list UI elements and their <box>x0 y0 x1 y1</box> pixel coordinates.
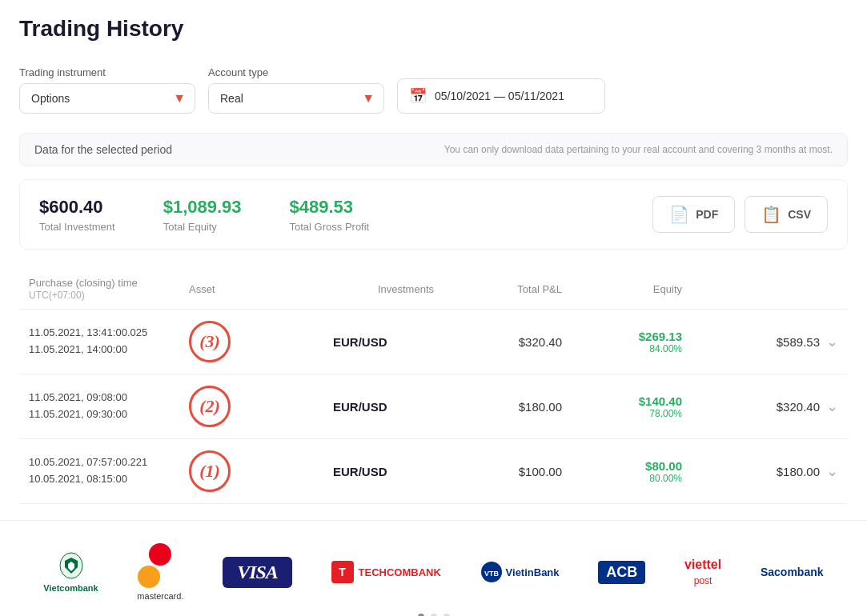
th-equity-label: Equity <box>653 283 682 295</box>
total-equity-label: Total Equity <box>163 221 242 233</box>
logo-vietcombank: Vietcombank <box>43 551 98 593</box>
visa-text: VISA <box>237 562 278 582</box>
table-header: Purchase (closing) time UTC(+07:00) Asse… <box>19 269 848 310</box>
th-equity: Equity <box>572 269 692 310</box>
asset-name: EUR/USD <box>333 335 387 349</box>
svg-text:VTB: VTB <box>484 570 500 578</box>
mc-red-circle <box>149 543 171 566</box>
logo-sacombank: Sacombank <box>761 566 824 578</box>
asset-name: EUR/USD <box>333 400 387 414</box>
stat-total-investment: $600.40 Total Investment <box>39 197 115 233</box>
th-investments-label: Investments <box>378 283 434 295</box>
th-investments: Investments <box>323 269 444 310</box>
vietcombank-text: Vietcombank <box>43 583 98 593</box>
trade-investment-cell: $100.00 <box>444 439 572 504</box>
trade-time-cell: 11.05.2021, 13:41:00.025 11.05.2021, 14:… <box>19 310 179 374</box>
trade-pnl-cell: $80.00 80.00% <box>572 439 692 504</box>
pnl-value: $80.00 <box>645 459 682 473</box>
trades-tbody: 11.05.2021, 13:41:00.025 11.05.2021, 14:… <box>19 310 848 504</box>
instrument-select-wrapper: Options Forex Crypto ▼ <box>19 83 195 114</box>
account-select[interactable]: Real Demo <box>208 83 384 114</box>
total-profit-label: Total Gross Profit <box>290 221 370 233</box>
asset-name: EUR/USD <box>333 465 387 478</box>
logo-visa: VISA <box>223 557 292 588</box>
instrument-select[interactable]: Options Forex Crypto <box>19 83 195 114</box>
total-investment-label: Total Investment <box>39 221 115 233</box>
trade-badge: (2) <box>189 386 231 427</box>
pdf-button-label: PDF <box>696 208 718 221</box>
investment-value: $180.00 <box>519 400 562 414</box>
info-bar-notice: You can only download data pertaining to… <box>444 144 833 155</box>
th-time-sublabel: UTC(+07:00) <box>29 290 85 301</box>
calendar-icon: 📅 <box>409 87 427 105</box>
footer-logos: Vietcombank mastercard. VISA <box>0 520 867 616</box>
info-bar-period-label: Data for the selected period <box>34 143 172 156</box>
pnl-percent: 80.00% <box>581 473 682 484</box>
logo-mastercard: mastercard. <box>137 543 183 601</box>
trade-asset-cell: EUR/USD <box>323 310 444 374</box>
summary-stats: $600.40 Total Investment $1,089.93 Total… <box>39 197 369 233</box>
investment-value: $100.00 <box>519 465 562 478</box>
stat-total-equity: $1,089.93 Total Equity <box>163 197 242 233</box>
trade-time-cell: 10.05.2021, 07:57:00.221 10.05.2021, 08:… <box>19 439 179 504</box>
trade-time-cell: 11.05.2021, 09:08:00 11.05.2021, 09:30:0… <box>19 374 179 439</box>
table-row: 11.05.2021, 13:41:00.025 11.05.2021, 14:… <box>19 310 848 374</box>
trade-pnl-cell: $269.13 84.00% <box>572 310 692 374</box>
viettel-post-text: post <box>694 575 712 586</box>
logo-vietinbank: VTB VietinBank <box>480 561 560 583</box>
mc-orange-circle <box>138 566 160 588</box>
trades-table: Purchase (closing) time UTC(+07:00) Asse… <box>19 269 848 504</box>
expand-row-button[interactable]: ⌄ <box>826 333 838 350</box>
equity-value: $320.40 <box>777 400 820 414</box>
mastercard-text: mastercard. <box>137 591 183 601</box>
acb-text: ACB <box>606 564 637 580</box>
instrument-filter-group: Trading instrument Options Forex Crypto … <box>19 66 195 114</box>
expand-row-button[interactable]: ⌄ <box>826 398 838 415</box>
trade-equity-cell: $589.53 ⌄ <box>692 310 848 374</box>
equity-value: $589.53 <box>777 335 820 349</box>
date-range-picker[interactable]: 📅 05/10/2021 — 05/11/2021 <box>397 78 605 114</box>
table-row: 11.05.2021, 09:08:00 11.05.2021, 09:30:0… <box>19 374 848 439</box>
pdf-download-button[interactable]: 📄 PDF <box>652 196 735 233</box>
pnl-percent: 84.00% <box>581 343 682 354</box>
trade-equity-cell: $320.40 ⌄ <box>692 374 848 439</box>
total-equity-value: $1,089.93 <box>163 197 242 218</box>
trade-badge-cell: (3) <box>179 310 323 374</box>
acb-box: ACB <box>598 561 645 584</box>
page-title: Trading History <box>19 16 848 42</box>
trade-badge-cell: (1) <box>179 439 323 504</box>
row-actions: $589.53 ⌄ <box>701 333 838 350</box>
logos-row: Vietcombank mastercard. VISA <box>32 543 835 601</box>
row-actions: $180.00 ⌄ <box>701 462 838 480</box>
pnl-percent: 78.00% <box>581 408 682 419</box>
pnl-value: $269.13 <box>639 330 682 343</box>
trade-investment-cell: $180.00 <box>444 374 572 439</box>
csv-button-label: CSV <box>788 208 811 221</box>
trade-equity-cell: $180.00 ⌄ <box>692 439 848 504</box>
pnl-value: $140.40 <box>639 394 682 408</box>
logo-acb: ACB <box>598 561 645 584</box>
download-buttons: 📄 PDF 📋 CSV <box>652 196 828 233</box>
trade-asset-cell: EUR/USD <box>323 439 444 504</box>
filters-row: Trading instrument Options Forex Crypto … <box>19 61 848 114</box>
info-bar: Data for the selected period You can onl… <box>19 133 848 166</box>
techcombank-text: TECHCOMBANK <box>359 566 441 578</box>
csv-download-button[interactable]: 📋 CSV <box>745 196 828 233</box>
trade-pnl-cell: $140.40 78.00% <box>572 374 692 439</box>
table-row: 10.05.2021, 07:57:00.221 10.05.2021, 08:… <box>19 439 848 504</box>
th-time-label: Purchase (closing) time <box>29 277 138 289</box>
pdf-icon: 📄 <box>669 205 689 224</box>
account-label: Account type <box>208 66 384 78</box>
th-pnl-label: Total P&L <box>517 283 562 295</box>
row-actions: $320.40 ⌄ <box>701 398 838 415</box>
logo-viettel: viettel post <box>684 558 721 586</box>
total-profit-value: $489.53 <box>290 197 370 218</box>
viettel-text: viettel <box>684 558 721 572</box>
trade-time: 10.05.2021, 07:57:00.221 10.05.2021, 08:… <box>29 454 170 488</box>
vietinbank-icon: VTB <box>480 561 503 583</box>
th-pnl: Total P&L <box>444 269 572 310</box>
expand-row-button[interactable]: ⌄ <box>826 462 838 480</box>
csv-icon: 📋 <box>761 205 781 224</box>
investment-value: $320.40 <box>519 335 562 349</box>
account-select-wrapper: Real Demo ▼ <box>208 83 384 114</box>
